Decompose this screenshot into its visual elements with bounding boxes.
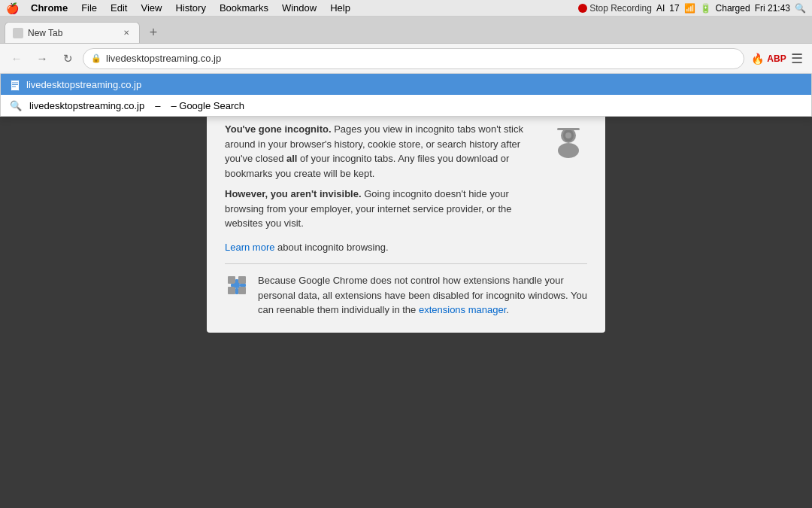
svg-rect-12: [238, 287, 246, 294]
svg-rect-6: [557, 128, 580, 130]
autocomplete-item-page[interactable]: livedesktopstreaming.co.jp: [1, 74, 811, 95]
lock-icon: 🔒: [91, 53, 102, 63]
incognito-spy-icon: [550, 122, 587, 160]
menubar-time: Fri 21:43: [755, 3, 790, 14]
autocomplete-url-1: livedesktopstreaming.co.jp: [26, 79, 141, 90]
tab-favicon: [13, 28, 23, 38]
toolbar: ← → ↻ 🔒 🔥 ABP ☰ livedesktopstreaming.co.…: [0, 44, 812, 74]
svg-point-8: [558, 143, 579, 158]
incognito-card: You've gone incognito. Pages you view in…: [207, 104, 605, 333]
menu-history[interactable]: History: [169, 1, 211, 15]
autocomplete-search-suffix: – Google Search: [171, 100, 244, 111]
incognito-paragraph-1: You've gone incognito. Pages you view in…: [225, 122, 538, 181]
svg-point-7: [565, 132, 571, 138]
svg-rect-11: [228, 287, 235, 294]
menu-window[interactable]: Window: [276, 1, 323, 15]
svg-rect-0: [11, 80, 20, 90]
menubar-battery-label: Charged: [716, 3, 750, 14]
extensions-area: 🔥 ABP ☰: [749, 49, 806, 68]
stop-recording-label: Stop Recording: [589, 3, 652, 14]
learn-more-link[interactable]: Learn more: [225, 242, 274, 253]
menu-chrome[interactable]: Chrome: [25, 1, 74, 15]
back-button[interactable]: ←: [6, 48, 27, 69]
tab-close-button[interactable]: ✕: [121, 28, 132, 38]
menu-view[interactable]: View: [135, 1, 168, 15]
main-content: You've gone incognito. Pages you view in…: [0, 74, 812, 508]
apple-menu[interactable]: 🍎: [6, 2, 19, 14]
tab-title: New Tab: [28, 28, 117, 38]
new-tab-button[interactable]: +: [143, 22, 164, 43]
menu-button[interactable]: ☰: [788, 49, 806, 68]
incognito-p1-bold: all: [286, 153, 297, 164]
autocomplete-search-text: livedesktopstreaming.co.jp: [29, 100, 144, 111]
ext-period: .: [506, 304, 509, 315]
fire-extension-icon[interactable]: 🔥: [749, 50, 765, 67]
incognito-learn-more: Learn more about incognito browsing.: [225, 240, 587, 255]
svg-rect-16: [231, 284, 237, 287]
stop-recording[interactable]: Stop Recording: [578, 3, 652, 14]
wifi-icon: 📶: [684, 3, 695, 14]
incognito-title: You've gone incognito.: [225, 123, 332, 135]
menu-help[interactable]: Help: [324, 1, 356, 15]
puzzle-icon: [225, 273, 249, 297]
search-autocomplete-icon: 🔍: [10, 100, 22, 111]
incognito-paragraph-2: However, you aren't invisible. Going inc…: [225, 187, 538, 231]
autocomplete-dash: –: [155, 100, 160, 111]
page-icon: [10, 79, 19, 90]
svg-rect-18: [235, 288, 238, 294]
search-icon[interactable]: 🔍: [795, 3, 806, 14]
adblock-extension-icon[interactable]: ABP: [768, 50, 785, 67]
reload-button[interactable]: ↻: [57, 48, 78, 69]
learn-more-text: about incognito browsing.: [277, 242, 388, 253]
extension-notice: Because Google Chrome does not control h…: [225, 263, 587, 318]
menu-bar: 🍎 Chrome File Edit View History Bookmark…: [0, 0, 812, 17]
svg-rect-17: [240, 284, 246, 287]
incognito-text: You've gone incognito. Pages you view in…: [225, 122, 538, 231]
menubar-ai-label: AI: [656, 3, 665, 14]
tab-bar: New Tab ✕ +: [0, 17, 812, 44]
menu-file[interactable]: File: [75, 1, 103, 15]
menu-bookmarks[interactable]: Bookmarks: [214, 1, 274, 15]
autocomplete-dropdown: livedesktopstreaming.co.jp 🔍 livedesktop…: [0, 74, 812, 117]
incognito-p2-bold: However, you aren't invisible.: [225, 188, 362, 199]
battery-icon: 🔋: [700, 3, 711, 14]
incognito-header: You've gone incognito. Pages you view in…: [225, 122, 587, 231]
menubar-ai-number: 17: [669, 3, 679, 14]
tab-new[interactable]: New Tab ✕: [5, 22, 140, 43]
forward-button[interactable]: →: [32, 48, 53, 69]
address-input[interactable]: [106, 53, 736, 64]
autocomplete-item-search[interactable]: 🔍 livedesktopstreaming.co.jp – – Google …: [1, 95, 811, 116]
svg-rect-9: [228, 276, 235, 284]
menu-edit[interactable]: Edit: [105, 1, 133, 15]
svg-rect-10: [238, 276, 246, 284]
extension-notice-text: Because Google Chrome does not control h…: [258, 273, 587, 318]
address-bar-container[interactable]: 🔒: [83, 48, 744, 69]
stop-dot-icon: [578, 4, 587, 13]
menubar-right: Stop Recording AI 17 📶 🔋 Charged Fri 21:…: [578, 3, 806, 14]
extensions-manager-link[interactable]: extensions manager: [419, 304, 506, 315]
